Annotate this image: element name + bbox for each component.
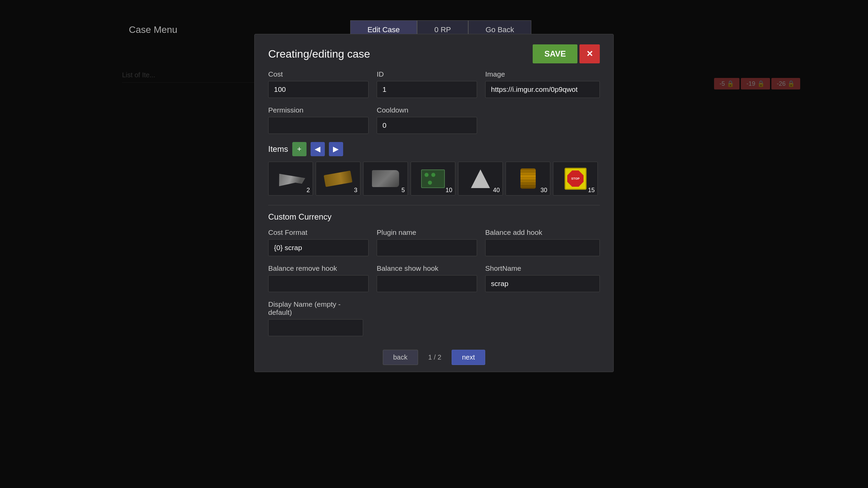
- row-currency-2: Balance remove hook Balance show hook Sh…: [268, 264, 600, 292]
- item-count-4: 10: [446, 187, 452, 194]
- bg-list-label: List of Ite...: [122, 68, 275, 83]
- case-menu-label: Case Menu: [129, 24, 177, 35]
- cost-input[interactable]: [268, 81, 369, 98]
- item-icon-knife: [274, 164, 307, 193]
- dialog-header: Creating/editing case SAVE ✕: [255, 34, 613, 70]
- items-header: Items + ◀ ▶: [268, 142, 600, 156]
- display-name-input[interactable]: [268, 319, 363, 336]
- permission-label: Permission: [268, 106, 369, 114]
- custom-currency-title: Custom Currency: [268, 212, 600, 222]
- image-group: Image: [485, 70, 600, 98]
- right-side-badges: -5 🔒 -19 🔒 -26 🔒: [714, 78, 800, 157]
- cost-format-group: Cost Format: [268, 228, 369, 256]
- creating-editing-dialog: Creating/editing case SAVE ✕ Cost ID Ima…: [254, 34, 614, 372]
- right-badge-1: -5 🔒: [714, 78, 739, 89]
- plugin-name-group: Plugin name: [377, 228, 477, 256]
- item-slot-7[interactable]: STOP 15: [553, 162, 598, 196]
- close-button[interactable]: ✕: [579, 44, 600, 63]
- item-icon-roll: [520, 168, 536, 189]
- item-slot-2[interactable]: 3: [316, 162, 360, 196]
- shortname-input[interactable]: [485, 275, 600, 292]
- balance-add-hook-label: Balance add hook: [485, 228, 600, 237]
- item-slot-3[interactable]: 5: [363, 162, 408, 196]
- item-count-6: 30: [540, 187, 547, 194]
- right-badge-3: -26 🔒: [771, 78, 800, 89]
- back-button[interactable]: back: [383, 350, 418, 365]
- prev-item-button[interactable]: ◀: [311, 142, 325, 156]
- balance-show-hook-input[interactable]: [377, 275, 477, 292]
- item-count-2: 3: [354, 187, 357, 194]
- right-badge-2: -19 🔒: [741, 78, 770, 89]
- item-count-7: 15: [588, 187, 595, 194]
- shortname-label: ShortName: [485, 264, 600, 272]
- cooldown-input[interactable]: [377, 117, 477, 134]
- dialog-title: Creating/editing case: [268, 48, 370, 60]
- image-label: Image: [485, 70, 600, 78]
- form-area: Cost ID Image Permission Cooldown: [255, 70, 613, 336]
- item-icon-circuit: [421, 169, 445, 188]
- row-currency-3: Display Name (empty - default): [268, 300, 600, 336]
- items-label: Items: [268, 144, 288, 154]
- item-count-5: 40: [493, 187, 500, 194]
- item-icon-sign: STOP: [565, 168, 587, 190]
- balance-remove-hook-input[interactable]: [268, 275, 369, 292]
- balance-remove-hook-label: Balance remove hook: [268, 264, 369, 272]
- item-icon-pistol: [372, 170, 399, 187]
- balance-remove-hook-group: Balance remove hook: [268, 264, 369, 292]
- row-permission-cooldown: Permission Cooldown: [268, 106, 600, 134]
- next-button[interactable]: next: [452, 350, 486, 365]
- balance-add-hook-input[interactable]: [485, 239, 600, 256]
- id-group: ID: [377, 70, 477, 98]
- id-input[interactable]: [377, 81, 477, 98]
- item-count-3: 5: [401, 187, 405, 194]
- item-icon-triangle: [471, 169, 490, 188]
- cost-format-input[interactable]: [268, 239, 369, 256]
- row-cost-id-image: Cost ID Image: [268, 70, 600, 98]
- shortname-group: ShortName: [485, 264, 600, 292]
- display-name-label: Display Name (empty - default): [268, 300, 363, 317]
- next-item-button[interactable]: ▶: [329, 142, 343, 156]
- row-currency-1: Cost Format Plugin name Balance add hook: [268, 228, 600, 256]
- permission-input[interactable]: [268, 117, 369, 134]
- item-icon-plank: [324, 170, 353, 187]
- page-indicator: 1 / 2: [428, 353, 441, 361]
- cooldown-label: Cooldown: [377, 106, 477, 114]
- dialog-actions: SAVE ✕: [533, 44, 600, 63]
- balance-show-hook-label: Balance show hook: [377, 264, 477, 272]
- plugin-name-input[interactable]: [377, 239, 477, 256]
- cost-format-label: Cost Format: [268, 228, 369, 237]
- save-button[interactable]: SAVE: [533, 44, 577, 63]
- background-list: List of Ite...: [122, 68, 275, 83]
- cost-group: Cost: [268, 70, 369, 98]
- plugin-name-label: Plugin name: [377, 228, 477, 237]
- item-count-1: 2: [307, 187, 310, 194]
- item-slot-1[interactable]: 2: [268, 162, 313, 196]
- pagination: back 1 / 2 next: [255, 344, 613, 365]
- balance-show-hook-group: Balance show hook: [377, 264, 477, 292]
- balance-add-hook-group: Balance add hook: [485, 228, 600, 256]
- item-slot-5[interactable]: 40: [458, 162, 503, 196]
- display-name-group: Display Name (empty - default): [268, 300, 363, 336]
- items-grid: 2 3 5 10: [268, 162, 600, 196]
- item-slot-6[interactable]: 30: [506, 162, 550, 196]
- image-input[interactable]: [485, 81, 600, 98]
- permission-group: Permission: [268, 106, 369, 134]
- id-label: ID: [377, 70, 477, 78]
- add-item-button[interactable]: +: [292, 142, 307, 156]
- cost-label: Cost: [268, 70, 369, 78]
- cooldown-group: Cooldown: [377, 106, 477, 134]
- item-slot-4[interactable]: 10: [411, 162, 455, 196]
